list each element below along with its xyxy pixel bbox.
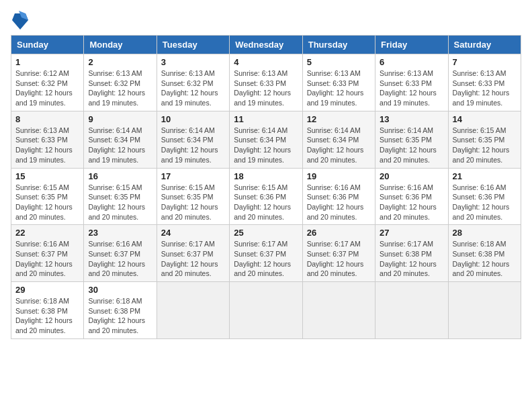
day-detail: Sunrise: 6:15 AMSunset: 6:35 PMDaylight:… [453,126,517,165]
calendar-cell: 3Sunrise: 6:13 AMSunset: 6:32 PMDaylight… [157,54,229,111]
day-detail: Sunrise: 6:15 AMSunset: 6:35 PMDaylight:… [161,183,225,222]
day-header-friday: Friday [375,36,448,54]
calendar-week-2: 8Sunrise: 6:13 AMSunset: 6:33 PMDaylight… [11,111,521,168]
calendar-cell: 24Sunrise: 6:17 AMSunset: 6:37 PMDayligh… [157,225,229,282]
day-number: 8 [15,114,79,124]
day-number: 19 [307,171,371,181]
calendar-cell: 7Sunrise: 6:13 AMSunset: 6:33 PMDaylight… [448,54,521,111]
day-detail: Sunrise: 6:15 AMSunset: 6:35 PMDaylight:… [15,183,79,222]
calendar-cell: 18Sunrise: 6:15 AMSunset: 6:36 PMDayligh… [230,168,302,225]
calendar-cell: 16Sunrise: 6:15 AMSunset: 6:35 PMDayligh… [84,168,157,225]
calendar-cell: 8Sunrise: 6:13 AMSunset: 6:33 PMDaylight… [11,111,84,168]
calendar-cell: 5Sunrise: 6:13 AMSunset: 6:33 PMDaylight… [302,54,375,111]
calendar-cell: 30Sunrise: 6:18 AMSunset: 6:38 PMDayligh… [84,282,157,339]
day-number: 30 [88,285,152,295]
day-header-tuesday: Tuesday [157,36,229,54]
calendar-cell: 9Sunrise: 6:14 AMSunset: 6:34 PMDaylight… [84,111,157,168]
calendar-cell: 20Sunrise: 6:16 AMSunset: 6:36 PMDayligh… [375,168,448,225]
calendar-cell: 14Sunrise: 6:15 AMSunset: 6:35 PMDayligh… [448,111,521,168]
logo [11,11,28,30]
day-number: 1 [15,57,79,67]
calendar-cell: 21Sunrise: 6:16 AMSunset: 6:36 PMDayligh… [448,168,521,225]
calendar-header-row: SundayMondayTuesdayWednesdayThursdayFrid… [11,36,521,54]
day-number: 28 [453,228,517,238]
day-detail: Sunrise: 6:14 AMSunset: 6:34 PMDaylight:… [234,126,298,165]
day-header-thursday: Thursday [302,36,375,54]
calendar-cell: 13Sunrise: 6:14 AMSunset: 6:35 PMDayligh… [375,111,448,168]
calendar-week-5: 29Sunrise: 6:18 AMSunset: 6:38 PMDayligh… [11,282,521,339]
day-number: 18 [234,171,298,181]
day-number: 17 [161,171,225,181]
day-number: 7 [453,57,517,67]
day-detail: Sunrise: 6:16 AMSunset: 6:37 PMDaylight:… [15,239,79,279]
calendar-cell: 1Sunrise: 6:12 AMSunset: 6:32 PMDaylight… [11,54,84,111]
day-number: 29 [15,285,79,295]
day-detail: Sunrise: 6:16 AMSunset: 6:36 PMDaylight:… [380,183,443,222]
day-detail: Sunrise: 6:13 AMSunset: 6:32 PMDaylight:… [88,68,152,108]
day-detail: Sunrise: 6:18 AMSunset: 6:38 PMDaylight:… [15,296,79,336]
day-detail: Sunrise: 6:13 AMSunset: 6:33 PMDaylight:… [453,68,517,108]
day-detail: Sunrise: 6:15 AMSunset: 6:36 PMDaylight:… [234,183,298,222]
calendar-cell: 19Sunrise: 6:16 AMSunset: 6:36 PMDayligh… [302,168,375,225]
calendar-cell: 2Sunrise: 6:13 AMSunset: 6:32 PMDaylight… [84,54,157,111]
day-number: 16 [88,171,152,181]
calendar-cell [375,282,448,339]
day-detail: Sunrise: 6:13 AMSunset: 6:32 PMDaylight:… [161,68,225,108]
day-detail: Sunrise: 6:16 AMSunset: 6:36 PMDaylight:… [307,183,371,222]
day-number: 13 [380,114,443,124]
day-header-saturday: Saturday [448,36,521,54]
calendar-cell: 11Sunrise: 6:14 AMSunset: 6:34 PMDayligh… [230,111,302,168]
day-number: 5 [307,57,371,67]
calendar-week-1: 1Sunrise: 6:12 AMSunset: 6:32 PMDaylight… [11,54,521,111]
day-number: 25 [234,228,298,238]
day-number: 11 [234,114,298,124]
day-number: 12 [307,114,371,124]
day-detail: Sunrise: 6:18 AMSunset: 6:38 PMDaylight:… [453,239,517,279]
calendar-cell: 26Sunrise: 6:17 AMSunset: 6:37 PMDayligh… [302,225,375,282]
calendar-cell: 28Sunrise: 6:18 AMSunset: 6:38 PMDayligh… [448,225,521,282]
day-number: 6 [380,57,443,67]
day-number: 10 [161,114,225,124]
calendar-cell: 17Sunrise: 6:15 AMSunset: 6:35 PMDayligh… [157,168,229,225]
day-detail: Sunrise: 6:13 AMSunset: 6:33 PMDaylight:… [307,68,371,108]
day-number: 14 [453,114,517,124]
day-detail: Sunrise: 6:14 AMSunset: 6:35 PMDaylight:… [380,126,443,165]
calendar-cell [448,282,521,339]
calendar-cell [302,282,375,339]
calendar-cell: 10Sunrise: 6:14 AMSunset: 6:34 PMDayligh… [157,111,229,168]
day-detail: Sunrise: 6:15 AMSunset: 6:35 PMDaylight:… [88,183,152,222]
day-detail: Sunrise: 6:12 AMSunset: 6:32 PMDaylight:… [15,68,79,108]
calendar-cell: 12Sunrise: 6:14 AMSunset: 6:34 PMDayligh… [302,111,375,168]
calendar-cell: 27Sunrise: 6:17 AMSunset: 6:38 PMDayligh… [375,225,448,282]
day-number: 2 [88,57,152,67]
day-detail: Sunrise: 6:18 AMSunset: 6:38 PMDaylight:… [88,296,152,336]
day-detail: Sunrise: 6:13 AMSunset: 6:33 PMDaylight:… [234,68,298,108]
day-header-wednesday: Wednesday [230,36,302,54]
day-number: 20 [380,171,443,181]
calendar-cell: 25Sunrise: 6:17 AMSunset: 6:37 PMDayligh… [230,225,302,282]
day-detail: Sunrise: 6:17 AMSunset: 6:37 PMDaylight:… [234,239,298,279]
calendar-cell: 22Sunrise: 6:16 AMSunset: 6:37 PMDayligh… [11,225,84,282]
calendar-cell: 23Sunrise: 6:16 AMSunset: 6:37 PMDayligh… [84,225,157,282]
day-detail: Sunrise: 6:16 AMSunset: 6:37 PMDaylight:… [88,239,152,279]
day-header-monday: Monday [84,36,157,54]
calendar-cell: 4Sunrise: 6:13 AMSunset: 6:33 PMDaylight… [230,54,302,111]
day-detail: Sunrise: 6:13 AMSunset: 6:33 PMDaylight:… [380,68,443,108]
day-number: 24 [161,228,225,238]
day-number: 9 [88,114,152,124]
day-number: 3 [161,57,225,67]
day-number: 27 [380,228,443,238]
calendar-week-3: 15Sunrise: 6:15 AMSunset: 6:35 PMDayligh… [11,168,521,225]
day-detail: Sunrise: 6:13 AMSunset: 6:33 PMDaylight:… [15,126,79,165]
calendar-cell [157,282,229,339]
day-detail: Sunrise: 6:17 AMSunset: 6:38 PMDaylight:… [380,239,443,279]
calendar-table: SundayMondayTuesdayWednesdayThursdayFrid… [11,35,521,339]
day-number: 4 [234,57,298,67]
day-number: 15 [15,171,79,181]
calendar-cell [230,282,302,339]
day-detail: Sunrise: 6:14 AMSunset: 6:34 PMDaylight:… [307,126,371,165]
day-detail: Sunrise: 6:14 AMSunset: 6:34 PMDaylight:… [161,126,225,165]
day-number: 26 [307,228,371,238]
day-detail: Sunrise: 6:17 AMSunset: 6:37 PMDaylight:… [307,239,371,279]
day-detail: Sunrise: 6:17 AMSunset: 6:37 PMDaylight:… [161,239,225,279]
